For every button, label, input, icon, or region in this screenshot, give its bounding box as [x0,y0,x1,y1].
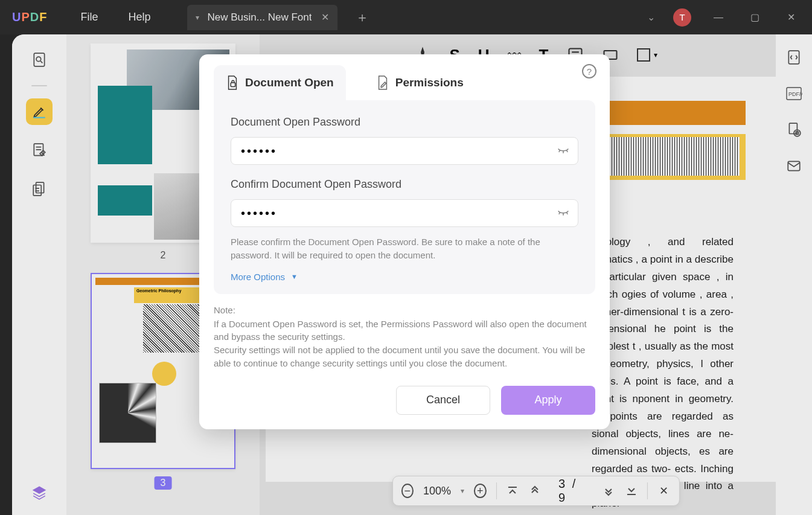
user-avatar[interactable]: T [673,8,691,27]
chevron-down-icon[interactable]: ⌄ [647,11,655,23]
svg-rect-24 [231,83,235,86]
show-confirm-password-icon[interactable] [557,206,570,220]
new-tab-button[interactable]: ＋ [356,8,369,27]
password-label: Document Open Password [231,116,578,129]
more-options-link[interactable]: More Options ▼ [231,272,578,282]
menu-file[interactable]: File [80,11,98,24]
help-icon[interactable]: ? [582,64,596,78]
password-dialog: ? Document Open Permissions Document Ope… [199,54,610,429]
tab-permissions[interactable]: Permissions [364,65,476,100]
note-text-1: If a Document Open Password is set, the … [214,318,595,344]
app-logo: UPDF [12,10,47,24]
tab-close-icon[interactable]: ✕ [321,11,329,23]
cancel-button[interactable]: Cancel [396,386,490,415]
document-tab[interactable]: ▾ New Busin... New Font ✕ [187,5,338,30]
chevron-down-icon: ▼ [291,273,298,280]
apply-button[interactable]: Apply [501,386,595,415]
tab-document-open[interactable]: Document Open [214,65,346,100]
close-window-button[interactable]: ✕ [782,11,800,23]
show-password-icon[interactable] [557,144,570,158]
svg-line-27 [567,150,568,152]
confirm-password-input[interactable] [231,199,578,227]
maximize-button[interactable]: ▢ [746,11,764,23]
note-heading: Note: [214,305,595,315]
document-lock-icon [226,75,239,91]
tab-title: New Busin... New Font [208,11,312,24]
titlebar: UPDF File Help ▾ New Busin... New Font ✕… [0,0,812,34]
note-text-2: Security settings will not be applied to… [214,344,595,370]
document-pencil-icon [376,75,389,91]
svg-line-30 [567,213,568,214]
password-input[interactable] [231,137,578,165]
svg-line-25 [559,150,560,152]
confirm-password-label: Confirm Document Open Password [231,178,578,191]
password-hint: Please confirm the Document Open Passwor… [231,235,578,262]
svg-line-28 [559,213,560,214]
tab-dropdown-icon[interactable]: ▾ [196,13,199,22]
menu-help[interactable]: Help [128,11,150,24]
tab-permissions-label: Permissions [395,76,464,89]
minimize-button[interactable]: — [709,12,727,23]
tab-document-open-label: Document Open [245,76,334,89]
